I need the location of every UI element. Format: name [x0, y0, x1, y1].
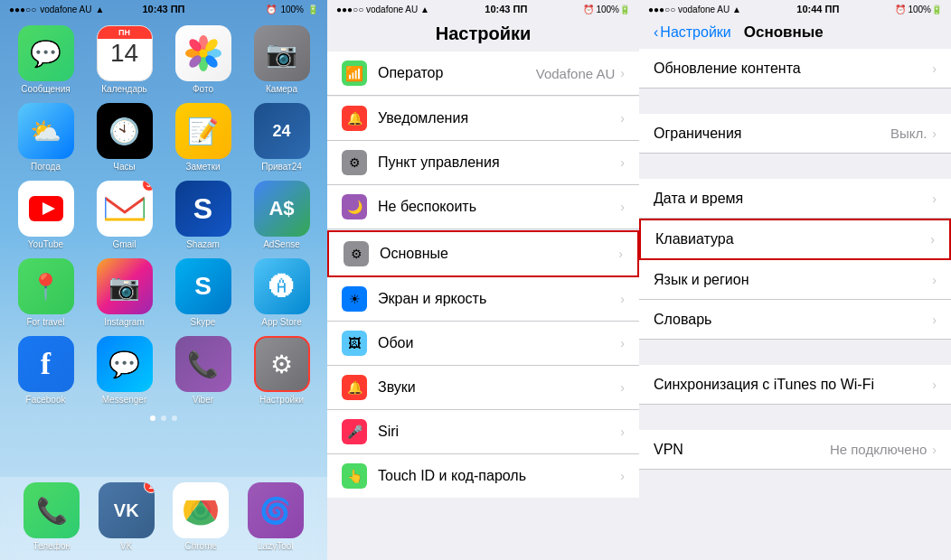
app-chrome[interactable]: Chrome — [173, 482, 229, 551]
app-notes[interactable]: 📝 Заметки — [168, 103, 238, 172]
camera-icon: 📷 — [254, 25, 310, 81]
calendar-icon: ПН 14 — [97, 25, 153, 81]
sounds-chevron: › — [620, 380, 625, 395]
app-shazam[interactable]: S Shazam — [168, 181, 238, 249]
time-3: 10:44 ПП — [796, 4, 839, 14]
app-lazytool[interactable]: 🌀 LazyTool — [248, 482, 304, 551]
app-youtube[interactable]: YouTube — [11, 181, 80, 249]
general-row-language[interactable]: Язык и регион › — [639, 260, 951, 300]
status-bar-1: ●●●○○ vodafone AU ▲ 10:43 ПП ⏰ 100% 🔋 — [0, 0, 327, 18]
page-indicator — [0, 412, 327, 425]
content-update-label: Обновление контента — [654, 61, 932, 77]
messages-label: Сообщения — [21, 84, 70, 94]
section-gap-3 — [639, 340, 951, 365]
settings-row-general[interactable]: ⚙ Основные › — [327, 230, 639, 277]
dnd-label: Не беспокоить — [378, 199, 620, 215]
general-title: Основные — [744, 23, 824, 42]
maps-icon: 📍 — [18, 258, 74, 314]
back-label: Настройки — [660, 24, 730, 41]
shazam-icon: S — [175, 181, 231, 237]
app-camera[interactable]: 📷 Камера — [247, 25, 316, 94]
youtube-icon — [18, 181, 74, 237]
back-button[interactable]: ‹ Настройки — [654, 24, 731, 41]
settings-label: Настройки — [259, 395, 304, 405]
back-chevron-icon: ‹ — [654, 24, 658, 41]
general-row-content-update[interactable]: Обновление контента › — [639, 49, 951, 89]
notifications-chevron: › — [620, 111, 625, 126]
notes-label: Заметки — [185, 162, 220, 172]
settings-row-control[interactable]: ⚙ Пункт управления › — [327, 141, 639, 185]
restrictions-label: Ограничения — [654, 126, 890, 142]
app-gmail[interactable]: 3 Gmail — [89, 181, 159, 249]
app-viber[interactable]: 📞 Viber — [168, 336, 238, 405]
app-messages[interactable]: 💬 Сообщения — [11, 25, 80, 94]
general-row-datetime[interactable]: Дата и время › — [639, 179, 951, 219]
app-privat24[interactable]: 24 Приват24 — [247, 103, 316, 172]
instagram-label: Instagram — [104, 317, 144, 327]
carrier-name-3: vodafone AU — [678, 5, 730, 14]
siri-icon: 🎤 — [342, 419, 367, 444]
wallpaper-chevron: › — [620, 336, 625, 350]
app-skype[interactable]: S Skype — [168, 258, 238, 327]
settings-row-touchid[interactable]: 👆 Touch ID и код-пароль › — [327, 454, 639, 498]
general-row-restrictions[interactable]: Ограничения Выкл. › — [639, 114, 951, 154]
app-maps[interactable]: 📍 For travel — [11, 258, 80, 327]
settings-row-wallpaper[interactable]: 🖼 Обои › — [327, 322, 639, 366]
dot-1 — [150, 415, 155, 421]
general-label: Основные — [380, 246, 618, 262]
lazytool-icon: 🌀 — [248, 482, 304, 538]
time-2: 10:43 ПП — [485, 4, 527, 14]
settings-row-display[interactable]: ☀ Экран и яркость › — [327, 277, 639, 322]
settings-row-operator[interactable]: 📶 Оператор Vodafone AU › — [327, 51, 639, 96]
settings-row-siri[interactable]: 🎤 Siri › — [327, 410, 639, 454]
app-messenger[interactable]: 💬 Messenger — [89, 336, 159, 405]
privat24-label: Приват24 — [261, 162, 302, 172]
instagram-icon: 📷 — [97, 258, 153, 314]
app-facebook[interactable]: f Facebook — [11, 336, 80, 405]
app-clock[interactable]: 🕙 Часы — [89, 103, 159, 172]
app-calendar[interactable]: ПН 14 Календарь — [89, 25, 159, 94]
control-label: Пункт управления — [378, 154, 620, 171]
operator-label: Оператор — [378, 65, 536, 81]
touchid-icon: 👆 — [342, 463, 367, 489]
status-bar-2: ●●●○○ vodafone AU ▲ 10:43 ПП ⏰ 100%🔋 — [327, 0, 639, 18]
weather-label: Погода — [31, 162, 61, 172]
app-phone[interactable]: 📞 Телефон — [24, 482, 80, 551]
dictionary-label: Словарь — [654, 312, 932, 328]
wallpaper-icon: 🖼 — [342, 331, 367, 356]
time-1: 10:43 ПП — [142, 4, 184, 14]
settings-row-dnd[interactable]: 🌙 Не беспокоить › — [327, 185, 639, 229]
carrier-info-1: ●●●○○ vodafone AU ▲ — [9, 5, 104, 14]
content-update-chevron: › — [932, 61, 937, 76]
wallpaper-label: Обои — [378, 335, 620, 351]
section-gap-1 — [639, 89, 951, 114]
settings-row-sounds[interactable]: 🔔 Звуки › — [327, 366, 639, 410]
app-photos[interactable]: Фото — [168, 25, 238, 94]
app-weather[interactable]: ⛅ Погода — [11, 103, 80, 172]
general-row-itunes[interactable]: Синхронизация с iTunes по Wi-Fi › — [639, 365, 951, 405]
signal-3: ●●●○○ — [648, 5, 675, 14]
wifi-2: ▲ — [420, 5, 429, 14]
general-header: ‹ Настройки Основные — [639, 18, 951, 49]
app-settings[interactable]: ⚙ Настройки — [247, 336, 316, 405]
messenger-icon: 💬 — [97, 336, 153, 392]
dot-2 — [161, 415, 166, 421]
general-row-dictionary[interactable]: Словарь › — [639, 300, 951, 340]
touchid-chevron: › — [620, 469, 625, 483]
app-adsense[interactable]: A$ AdSense — [247, 181, 316, 249]
adsense-label: AdSense — [263, 239, 300, 249]
general-row-vpn[interactable]: VPN Не подключено › — [639, 430, 951, 470]
settings-row-notifications[interactable]: 🔔 Уведомления › — [327, 97, 639, 141]
vpn-value: Не подключено — [830, 442, 927, 457]
vpn-chevron: › — [932, 443, 937, 457]
siri-chevron: › — [620, 425, 625, 439]
app-vk[interactable]: 1 VK VK — [99, 482, 155, 551]
sounds-icon: 🔔 — [342, 375, 367, 400]
gmail-icon: 3 — [97, 181, 153, 237]
viber-label: Viber — [193, 395, 213, 405]
app-appstore[interactable]: 🅐 App Store — [247, 258, 316, 327]
messages-icon: 💬 — [18, 25, 74, 81]
general-row-keyboard[interactable]: Клавиатура › — [639, 219, 951, 260]
app-instagram[interactable]: 📷 Instagram — [89, 258, 159, 327]
section-gap-4 — [639, 405, 951, 430]
